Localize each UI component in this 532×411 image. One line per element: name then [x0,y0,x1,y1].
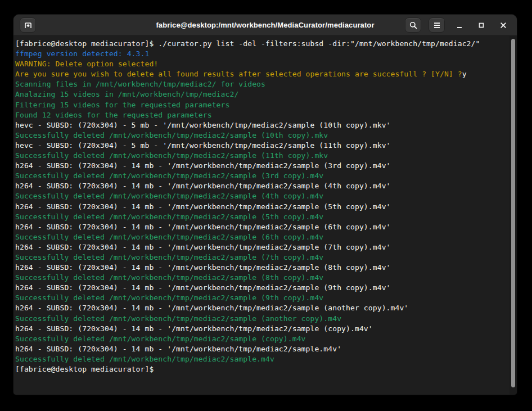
terminal-window: fabrice@desktop:/mnt/workbench/MediaCura… [13,15,517,395]
terminal-line: h264 - SUBSD: (720x304) - 14 mb - '/mnt/… [15,263,508,273]
maximize-icon [477,21,486,30]
terminal-line: Are you sure you wish to delete all foun… [15,69,508,79]
new-tab-button[interactable] [20,17,36,33]
terminal-line: Filtering 15 videos for the requested pa… [15,100,508,110]
terminal-line: [fabrice@desktop mediacurator]$ [15,364,508,374]
terminal-line: Found 12 videos for the requested parame… [15,110,508,120]
terminal-line: h264 - SUBSD: (720x304) - 14 mb - '/mnt/… [15,222,508,232]
terminal-line: Successfully deleted /mnt/workbench/tmp/… [15,252,508,263]
terminal-line: h264 - SUBSD: (720x304) - 14 mb - '/mnt/… [15,283,508,293]
terminal-line: h264 - SUBSD: (720x304) - 14 mb - '/mnt/… [15,344,508,354]
terminal-output: [fabrice@desktop mediacurator]$ ./curato… [15,39,508,374]
terminal-line: hevc - SUBSD: (720x304) - 5 mb - '/mnt/w… [15,141,508,151]
terminal-line: Successfully deleted /mnt/workbench/tmp/… [15,354,508,364]
minimize-icon [455,21,464,30]
new-tab-icon [24,21,33,30]
scrollbar-thumb[interactable] [511,39,515,387]
minimize-button[interactable] [452,18,467,33]
terminal-line: h264 - SUBSD: (720x304) - 14 mb - '/mnt/… [15,324,508,334]
terminal-line: Successfully deleted /mnt/workbench/tmp/… [15,151,508,161]
terminal-line: hevc - SUBSD: (720x304) - 5 mb - '/mnt/w… [15,120,508,130]
terminal-line: h264 - SUBSD: (720x304) - 14 mb - '/mnt/… [15,181,508,191]
terminal-line: [fabrice@desktop mediacurator]$ ./curato… [15,39,508,49]
terminal-line: Successfully deleted /mnt/workbench/tmp/… [15,273,508,283]
search-button[interactable] [405,17,421,33]
terminal-line: Successfully deleted /mnt/workbench/tmp/… [15,232,508,242]
terminal-line: h264 - SUBSD: (720x304) - 14 mb - '/mnt/… [15,303,508,313]
close-button[interactable] [496,18,511,33]
search-icon [409,21,418,30]
maximize-button[interactable] [474,18,489,33]
terminal-line: h264 - SUBSD: (720x304) - 14 mb - '/mnt/… [15,242,508,252]
terminal-line: Successfully deleted /mnt/workbench/tmp/… [15,314,508,324]
window-titlebar[interactable]: fabrice@desktop:/mnt/workbench/MediaCura… [13,15,517,36]
terminal-line: Scanning files in /mnt/workbench/tmp/med… [15,79,508,89]
terminal-line: WARNING: Delete option selected! [15,59,508,69]
hamburger-menu-icon [433,21,441,29]
terminal-line: Successfully deleted /mnt/workbench/tmp/… [15,293,508,303]
desktop-background: fabrice@desktop:/mnt/workbench/MediaCura… [0,0,532,411]
terminal-line: Successfully deleted /mnt/workbench/tmp/… [15,130,508,141]
terminal-line: Successfully deleted /mnt/workbench/tmp/… [15,171,508,181]
terminal-line: Successfully deleted /mnt/workbench/tmp/… [15,212,508,222]
terminal-screen[interactable]: [fabrice@desktop mediacurator]$ ./curato… [13,36,517,395]
scrollbar-track[interactable] [510,36,517,395]
terminal-line: h264 - SUBSD: (720x304) - 14 mb - '/mnt/… [15,161,508,171]
terminal-line: h264 - SUBSD: (720x304) - 14 mb - '/mnt/… [15,202,508,212]
close-icon [499,21,508,30]
terminal-line: Analazing 15 videos in /mnt/workbench/tm… [15,89,508,100]
terminal-line: Successfully deleted /mnt/workbench/tmp/… [15,191,508,201]
terminal-line: Successfully deleted /mnt/workbench/tmp/… [15,334,508,344]
menu-button[interactable] [429,17,445,33]
terminal-line: ffmpeg version detected: 4.3.1 [15,49,508,59]
